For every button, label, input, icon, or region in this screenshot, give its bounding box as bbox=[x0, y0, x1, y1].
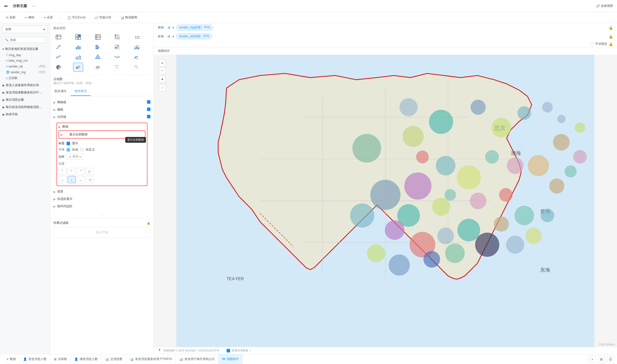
grid-line-checkbox[interactable] bbox=[147, 100, 150, 104]
tree-item-records[interactable]: # 记录数 bbox=[0, 75, 50, 81]
zoom-out-btn[interactable]: − bbox=[159, 67, 166, 74]
y-axis-lock[interactable]: 🔒 bbox=[609, 34, 613, 39]
pos-top-center[interactable]: ⌃ bbox=[68, 168, 76, 175]
chart-table[interactable] bbox=[53, 32, 64, 42]
chart-gauge[interactable] bbox=[132, 53, 142, 62]
bottom-tab-dashboard[interactable]: ⊞ 仪表板 bbox=[50, 354, 71, 364]
tree-group-header-cross[interactable]: ▶ 跨表字段 bbox=[0, 111, 50, 118]
export-btn[interactable]: 📋 导出Excel bbox=[65, 14, 87, 21]
y-axis-label: 纵轴 bbox=[158, 34, 165, 39]
chevron-down-icon[interactable]: ▾ bbox=[173, 35, 174, 38]
chart-pivot[interactable] bbox=[73, 32, 83, 42]
bottom-tab-send-count[interactable]: 👤 发送消息人数 bbox=[20, 354, 50, 364]
chart-area[interactable] bbox=[73, 53, 83, 62]
pos-bottom-left[interactable]: ⌞ bbox=[58, 176, 67, 183]
manual-preview-checkbox[interactable] bbox=[590, 42, 594, 46]
lineage-view-btn[interactable]: 🔗 血缘视图 bbox=[596, 4, 613, 8]
more-icon[interactable]: ⋯ bbox=[32, 3, 37, 9]
view-all-checkbox[interactable] bbox=[227, 349, 230, 352]
region-line-checkbox[interactable] bbox=[147, 115, 150, 119]
bottom-grid-btn[interactable]: ⊞ bbox=[598, 356, 605, 363]
tree-item-total-msg-cnt[interactable]: # total_msg_cnt bbox=[0, 58, 50, 63]
pos-top-left[interactable]: ⌜ bbox=[58, 168, 67, 175]
chart-radar[interactable] bbox=[93, 53, 103, 62]
info-icon[interactable]: ℹ bbox=[250, 349, 251, 352]
x-axis-lock[interactable]: 🔒 bbox=[609, 26, 613, 30]
chart-bar-v[interactable] bbox=[73, 43, 83, 52]
chart-bar-line[interactable] bbox=[132, 43, 142, 52]
chevron-down-icon[interactable]: ▾ bbox=[173, 26, 174, 29]
cursor-btn[interactable]: ✦ bbox=[159, 76, 166, 83]
font-custom-radio[interactable] bbox=[80, 148, 84, 152]
bottom-add-btn[interactable]: + bbox=[589, 356, 596, 363]
search-bar[interactable]: 🔍 + bbox=[3, 37, 48, 43]
axis-line-checkbox[interactable] bbox=[147, 107, 150, 112]
perf-btn[interactable]: 📈 性能分析 bbox=[92, 14, 113, 21]
bottom-tab-total-msg[interactable]: 📊 总消息数 bbox=[102, 354, 126, 364]
tree-group-header-daily-total[interactable]: ▶ 每日消息总量 bbox=[0, 96, 50, 103]
tree-item-msg-day[interactable]: T msg_day bbox=[0, 52, 50, 58]
chevron-right-icon: ▶ bbox=[53, 197, 56, 201]
filter-drop-area[interactable]: 拖入字段 bbox=[53, 227, 150, 238]
y-axis-field[interactable]: sender_lat(纬度）平均 bbox=[176, 33, 212, 39]
undo-btn[interactable]: ↩ 撤销 bbox=[23, 14, 36, 21]
manual-preview-lock[interactable]: 🔒 bbox=[609, 42, 613, 46]
style-region-line[interactable]: ▶ 分区线 bbox=[53, 113, 150, 121]
title-checkbox[interactable] bbox=[67, 142, 70, 145]
add-icon[interactable]: + bbox=[44, 38, 45, 42]
zoom-in-btn[interactable]: + bbox=[159, 60, 166, 67]
pos-top-right[interactable]: ⌝ bbox=[77, 168, 85, 175]
chart-number[interactable]: 123 bbox=[132, 32, 142, 42]
drag-handle-center[interactable]: ⋯ bbox=[50, 212, 153, 218]
tree-group-header-send-recv[interactable]: ▶ 每日发送消息和接收消息... bbox=[0, 104, 50, 111]
y-axis-type-icon: ≋ bbox=[167, 34, 171, 39]
tree-group-header-daily[interactable]: ▾ 每日各地区发送消息总量 bbox=[0, 46, 50, 52]
redo-btn[interactable]: ↪ 还原 bbox=[41, 14, 55, 21]
border-select[interactable]: ⊘ 透明 ▾ bbox=[67, 154, 83, 160]
hand-btn[interactable]: ☞ bbox=[159, 84, 166, 91]
pos-bottom-center[interactable]: ⌄ bbox=[68, 176, 76, 183]
tab-chart-props[interactable]: 图形属性 bbox=[50, 87, 71, 96]
x-axis-field[interactable]: sender_lng(经度）平均 bbox=[176, 25, 213, 30]
chart-color-grid[interactable] bbox=[112, 32, 122, 42]
show-all-legend-checkbox[interactable] bbox=[64, 133, 68, 136]
style-grid-line[interactable]: ▶ 网格线 bbox=[53, 99, 150, 106]
pos-bottom-right[interactable]: ⌟ bbox=[77, 176, 85, 183]
chart-bubble[interactable] bbox=[73, 63, 83, 72]
style-adaptive[interactable]: ▶ 自适应显示 bbox=[53, 195, 150, 203]
bottom-list-btn[interactable]: ☰ bbox=[607, 356, 614, 363]
style-padding[interactable]: ▶ 组件内边距 bbox=[53, 203, 150, 210]
chart-scatter[interactable] bbox=[53, 43, 64, 52]
tree-group-header-top10[interactable]: ▶ 发送消息条数最多的10个... bbox=[0, 89, 50, 96]
chart-pie[interactable] bbox=[53, 63, 64, 72]
chart-map-point[interactable] bbox=[93, 63, 103, 72]
tree-group-header-device[interactable]: ▶ 发送人设备操作系统分布 bbox=[0, 82, 50, 89]
chart-bar-h[interactable] bbox=[93, 43, 103, 52]
filter-lock-icon[interactable]: 🔒 bbox=[147, 221, 150, 225]
tree-item-sender-lat[interactable]: # sender_lat （纬度） bbox=[0, 63, 50, 69]
pos-middle-left[interactable]: ◁ bbox=[86, 176, 94, 183]
chart-cross[interactable] bbox=[93, 32, 103, 42]
data-explain-btn[interactable]: 📊 数据解释 bbox=[118, 14, 139, 21]
chart-line[interactable] bbox=[53, 53, 64, 62]
bottom-tab-map[interactable]: 🗺 地图组件 bbox=[219, 354, 242, 364]
bottom-tab-data[interactable]: ≡ 数据 bbox=[3, 354, 20, 364]
chart-dotplot[interactable] bbox=[112, 63, 122, 72]
refresh-btn[interactable]: ↻ 刷新 bbox=[4, 14, 18, 21]
chart-wordcloud[interactable]: 词云chartdata bbox=[132, 63, 142, 72]
chart-heatmap[interactable] bbox=[112, 43, 122, 52]
chart-wave[interactable] bbox=[112, 53, 122, 62]
font-auto-radio[interactable] bbox=[67, 148, 70, 152]
category-select[interactable]: 全部 ▾ bbox=[3, 26, 48, 33]
bottom-tab-top10[interactable]: 📊 发送消息最多的用户TOP10 bbox=[126, 354, 176, 364]
back-icon[interactable]: ⬅ bbox=[4, 3, 8, 9]
search-input[interactable] bbox=[10, 38, 42, 42]
pos-middle-right[interactable]: ▷ bbox=[86, 168, 94, 175]
tab-component-style[interactable]: 组件样式 bbox=[71, 87, 91, 96]
style-background[interactable]: ▶ 背景 bbox=[53, 188, 150, 195]
bottom-tab-os-ratio[interactable]: 📊 发送用户操作系统占比 bbox=[176, 354, 219, 364]
legend-header[interactable]: ▶ 图例 bbox=[58, 125, 145, 129]
style-axis-line[interactable]: ▶ 轴线 bbox=[53, 106, 150, 113]
bottom-tab-recv-count[interactable]: 👤 接收消息人数 bbox=[71, 354, 102, 364]
tree-item-sender-lng[interactable]: 🌐 sender_lng （经度） bbox=[0, 69, 50, 75]
